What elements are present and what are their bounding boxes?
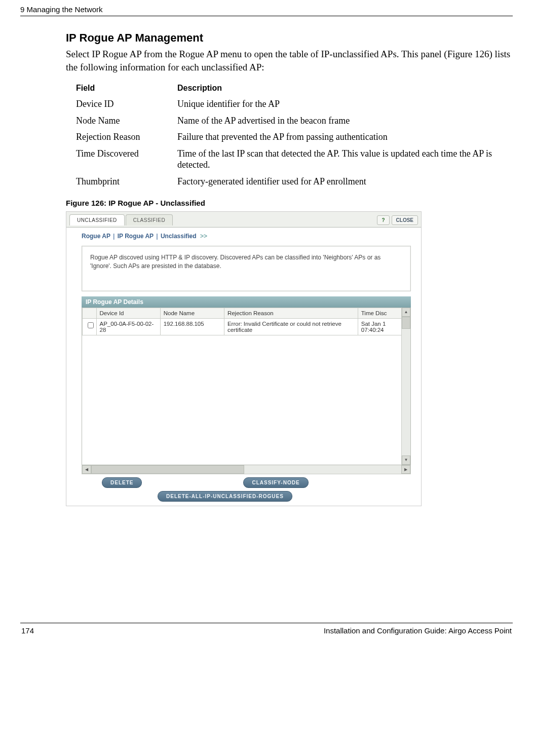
field-name: Thumbprint — [76, 173, 177, 190]
scroll-thumb[interactable] — [91, 465, 244, 474]
vertical-scrollbar[interactable]: ▲ ▼ — [401, 308, 410, 465]
grid-cell-rejection: Error: Invalid Certificate or could not … — [224, 318, 358, 335]
field-name: Rejection Reason — [76, 129, 177, 145]
horizontal-scrollbar[interactable]: ◀ ▶ — [82, 465, 411, 474]
figure-caption: Figure 126: IP Rogue AP - Unclassified — [66, 199, 513, 207]
fields-head-field: Field — [76, 81, 177, 96]
field-desc: Factory-generated identifier used for AP… — [177, 173, 523, 190]
section-body: Select IP Rogue AP from the Rogue AP men… — [66, 48, 513, 73]
question-icon: ? — [382, 217, 385, 223]
field-desc: Unique identifier for the AP — [177, 96, 523, 112]
breadcrumb-b: IP Rogue AP — [118, 233, 154, 240]
footer-rule — [20, 623, 513, 623]
scroll-up-icon[interactable]: ▲ — [402, 308, 410, 317]
field-desc: Name of the AP advertised in the beacon … — [177, 112, 523, 129]
scroll-track[interactable] — [91, 465, 401, 474]
scroll-left-icon[interactable]: ◀ — [82, 465, 91, 474]
field-name: Time Discovered — [76, 145, 177, 173]
scroll-right-icon[interactable]: ▶ — [401, 465, 410, 474]
row-checkbox[interactable] — [88, 322, 94, 328]
table-row: Rejection Reason Failure that prevented … — [76, 129, 523, 145]
screenshot: UNCLASSIFIED CLASSIFIED ? CLOSE Rogue AP… — [66, 211, 422, 506]
table-row: Node Name Name of the AP advertised in t… — [76, 112, 523, 129]
grid-head-rejection[interactable]: Rejection Reason — [224, 308, 358, 318]
field-name: Node Name — [76, 112, 177, 129]
grid-cell-node: 192.168.88.105 — [160, 318, 224, 335]
grid-wrap: Device Id Node Name Rejection Reason Tim… — [82, 308, 411, 465]
grid-cell-check[interactable] — [83, 318, 97, 335]
fields-table: Field Description Device ID Unique ident… — [76, 81, 523, 190]
breadcrumb-sep: | — [156, 233, 158, 240]
page-number: 174 — [21, 626, 34, 635]
grid-head-node[interactable]: Node Name — [160, 308, 224, 318]
breadcrumb: Rogue AP | IP Rogue AP | Unclassified >> — [66, 228, 421, 243]
field-name: Device ID — [76, 96, 177, 112]
table-row: Thumbprint Factory-generated identifier … — [76, 173, 523, 190]
scroll-thumb[interactable] — [402, 317, 410, 329]
header-rule — [20, 16, 513, 16]
close-button[interactable]: CLOSE — [392, 215, 418, 225]
details-grid: Device Id Node Name Rejection Reason Tim… — [82, 308, 410, 335]
field-desc: Time of the last IP scan that detected t… — [177, 145, 523, 173]
details-title: IP Rogue AP Details — [82, 296, 411, 308]
footer: 174 Installation and Configuration Guide… — [20, 626, 513, 635]
chevron-right-icon: >> — [200, 233, 207, 240]
help-button[interactable]: ? — [377, 215, 389, 225]
grid-row[interactable]: AP_00-0A-F5-00-02-28 192.168.88.105 Erro… — [83, 318, 410, 335]
table-row: Device ID Unique identifier for the AP — [76, 96, 523, 112]
table-row: Time Discovered Time of the last IP scan… — [76, 145, 523, 173]
explain-box: Rogue AP discoved using HTTP & IP discov… — [82, 246, 411, 291]
field-desc: Failure that prevented the AP from passi… — [177, 129, 523, 145]
tab-unclassified[interactable]: UNCLASSIFIED — [69, 214, 125, 225]
delete-all-button[interactable]: DELETE-ALL-IP-UNCLASSIFIED-ROGUES — [158, 491, 292, 502]
classify-node-button[interactable]: CLASSIFY-NODE — [243, 477, 308, 488]
section-title: IP Rogue AP Management — [66, 31, 513, 45]
grid-head-check — [83, 308, 97, 318]
breadcrumb-a: Rogue AP — [82, 233, 110, 240]
breadcrumb-sep: | — [113, 233, 115, 240]
grid-cell-device: AP_00-0A-F5-00-02-28 — [96, 318, 160, 335]
delete-button[interactable]: DELETE — [102, 477, 142, 488]
grid-head-device[interactable]: Device Id — [96, 308, 160, 318]
tab-classified[interactable]: CLASSIFIED — [126, 214, 173, 225]
fields-head-desc: Description — [177, 81, 523, 96]
tab-bar: UNCLASSIFIED CLASSIFIED ? CLOSE — [66, 212, 421, 228]
breadcrumb-c: Unclassified — [161, 233, 197, 240]
running-header: 9 Managing the Network — [20, 5, 513, 16]
footer-title: Installation and Configuration Guide: Ai… — [324, 626, 512, 635]
scroll-down-icon[interactable]: ▼ — [402, 456, 410, 465]
